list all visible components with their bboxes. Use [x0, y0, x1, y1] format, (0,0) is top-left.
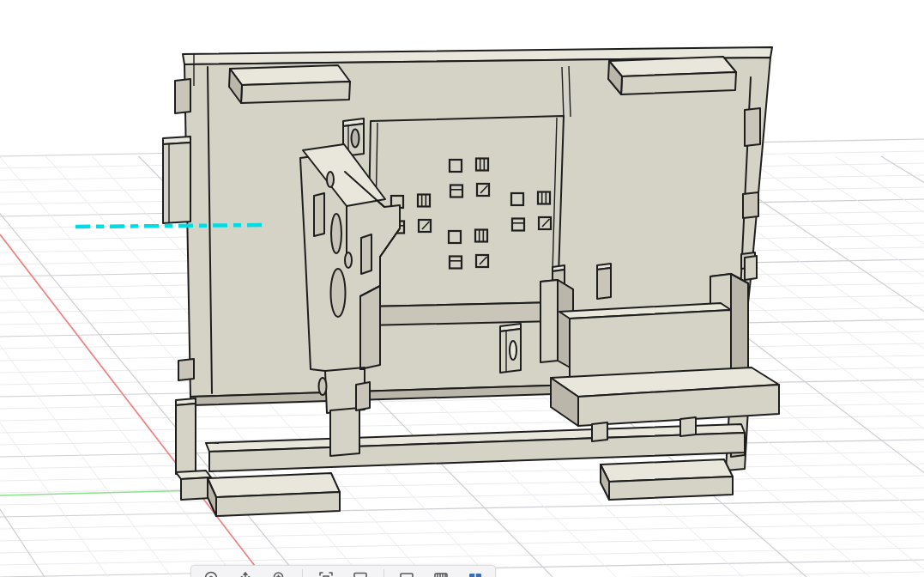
toolbar-separator — [383, 569, 384, 577]
zoom-icon[interactable] — [269, 568, 291, 577]
bracket-foot[interactable] — [330, 408, 359, 456]
navigation-toolbar[interactable] — [190, 565, 496, 577]
square-hole — [450, 185, 462, 197]
left-rim-lower[interactable] — [176, 398, 211, 500]
bracket-slot — [356, 382, 370, 410]
square-hole — [512, 219, 524, 231]
bracket-hole — [319, 378, 327, 395]
bracket-hole — [345, 252, 352, 268]
left-rim-notch — [178, 359, 194, 380]
fit-icon[interactable] — [315, 568, 337, 577]
square-hole — [449, 231, 461, 243]
bracket-hole — [331, 214, 341, 253]
bracket-arm-side — [360, 286, 380, 369]
left-rim-notch — [175, 79, 190, 113]
square-hole — [418, 195, 430, 207]
foot-tab-right[interactable] — [601, 459, 733, 500]
right-rim-notch — [743, 192, 758, 218]
left-side-tab[interactable] — [163, 143, 190, 223]
square-hole — [476, 159, 488, 171]
active-viewport-icon[interactable] — [464, 568, 486, 577]
display-settings-icon[interactable] — [349, 568, 371, 577]
model-body[interactable] — [163, 47, 779, 516]
orbit-icon[interactable] — [200, 568, 222, 577]
pan-icon[interactable] — [234, 568, 257, 577]
mounting-boss-top-left[interactable] — [229, 65, 350, 103]
bracket-slot — [314, 193, 324, 236]
square-hole — [538, 192, 550, 204]
square-hole — [511, 193, 523, 205]
right-rim-notch — [745, 108, 760, 146]
viewports-icon[interactable] — [430, 568, 452, 577]
bracket-hole — [327, 172, 334, 187]
plate-bottom-shelf — [365, 302, 558, 325]
bracket-slot — [361, 234, 371, 274]
square-hole — [475, 230, 487, 242]
toolbar-separator — [302, 569, 303, 577]
mounting-boss-top-right[interactable] — [608, 57, 736, 94]
foot-tab-left[interactable] — [208, 473, 340, 516]
bracket-hole — [331, 269, 346, 317]
standoff-post-center[interactable] — [500, 324, 521, 373]
layout-grid-icon[interactable] — [396, 568, 418, 577]
square-hole — [450, 160, 462, 172]
viewport-canvas[interactable] — [0, 0, 924, 577]
square-hole — [450, 257, 462, 269]
